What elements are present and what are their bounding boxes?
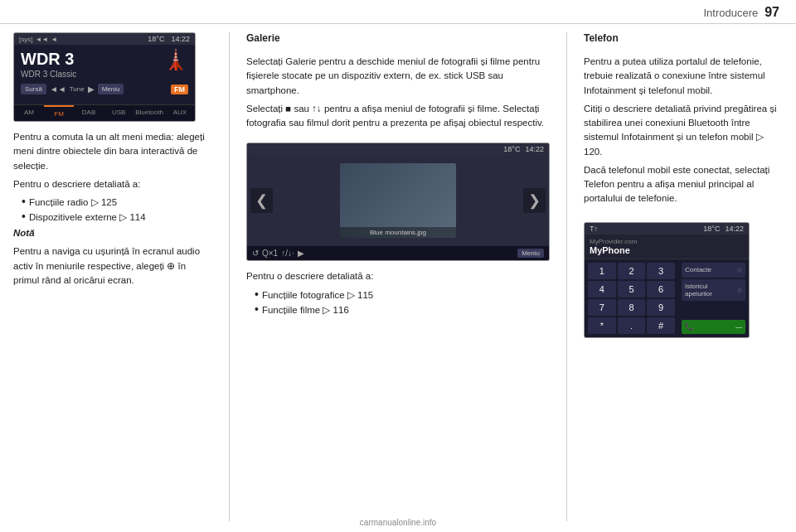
media-icon: ◄◄ xyxy=(35,36,48,43)
phone-section-title: Telefon xyxy=(584,32,783,44)
radio-station-subtitle: WDR 3 Classic xyxy=(21,70,76,79)
phone-actions: Contacte ○ Istoricul apelurilor ○ 📞 — xyxy=(678,259,749,337)
key-star[interactable]: * xyxy=(588,317,616,334)
phone-status-bar: T↑ 18°C 14:22 xyxy=(585,223,749,235)
call-end-icon: — xyxy=(735,323,742,331)
bullet-radio: • Funcțiile radio ▷ 125 xyxy=(22,196,212,209)
phone-name: MyPhone xyxy=(590,245,744,255)
gallery-next-arrow[interactable]: ❯ xyxy=(523,188,546,213)
gallery-section-title: Galerie xyxy=(246,32,550,44)
gallery-desc: Selectați Galerie pentru a deschide meni… xyxy=(246,55,550,134)
key-4[interactable]: 4 xyxy=(588,281,616,297)
contacts-label: Contacte xyxy=(685,266,711,273)
menu-button[interactable]: Meniu xyxy=(98,84,124,94)
bullet-devices: • Dispozitivele externe ▷ 114 xyxy=(22,210,212,224)
radio-tower-icon: 🗼 xyxy=(163,48,188,71)
tune-icon[interactable]: Tune xyxy=(70,85,85,93)
next-icon[interactable]: ▶ xyxy=(88,85,95,94)
key-3[interactable]: 3 xyxy=(647,263,675,279)
phone-temp: 18°C xyxy=(703,225,720,233)
sys-icon: [sys] xyxy=(19,36,32,43)
nav-aux[interactable]: AUX xyxy=(165,105,195,121)
contacts-icon: ○ xyxy=(738,266,742,274)
main-content: [sys] ◄◄ ◄ 18°C 14:22 WDR 3 WDR 3 Classi… xyxy=(0,24,796,530)
radio-controls: Sursă ◄◄ Tune ▶ Meniu FM xyxy=(21,84,188,94)
nav-usb[interactable]: USB xyxy=(104,105,133,121)
nav-fm[interactable]: FM xyxy=(44,105,74,121)
phone-body: 1 2 3 4 5 6 7 8 9 * . # Contacte ○ xyxy=(585,259,749,337)
gallery-bullet-list: • Funcțiile fotografice ▷ 115 • Funcțiil… xyxy=(255,288,550,317)
phone-screen-mockup: T↑ 18°C 14:22 MyProvider.com MyPhone 1 2… xyxy=(584,222,750,338)
gallery-status-bar: 18°C 14:22 xyxy=(247,143,549,155)
key-2[interactable]: 2 xyxy=(618,263,646,279)
left-bullet-list: • Funcțiile radio ▷ 125 • Dispozitivele … xyxy=(22,196,212,224)
middle-column: Galerie Selectați Galerie pentru a desch… xyxy=(246,32,550,521)
left-description: Pentru a comuta la un alt meni media: al… xyxy=(13,130,212,292)
phone-keypad: 1 2 3 4 5 6 7 8 9 * . # xyxy=(585,259,678,337)
gallery-screen-mockup: 18°C 14:22 ❮ Blue mountains.jpg ❯ ↺ Q×1 … xyxy=(246,143,550,261)
nav-bluetooth[interactable]: Bluetooth xyxy=(133,105,165,121)
left-desc-para: Pentru a comuta la un alt meni media: al… xyxy=(13,130,212,173)
middle-right-divider xyxy=(566,32,567,521)
right-column: Telefon Pentru a putea utiliza portalul … xyxy=(584,32,783,521)
key-hash[interactable]: # xyxy=(647,317,675,334)
call-button[interactable]: 📞 — xyxy=(682,320,745,334)
gallery-main: ❮ Blue mountains.jpg ❯ xyxy=(247,155,549,246)
nav-dab[interactable]: DAB xyxy=(74,105,104,121)
radio-status-bar: [sys] ◄◄ ◄ 18°C 14:22 xyxy=(14,33,195,45)
gallery-nav-btn[interactable]: ↑/↓· xyxy=(281,249,294,258)
note-text: Pentru a naviga cu ușurință în ecranul a… xyxy=(13,244,212,288)
radio-screen-mockup: [sys] ◄◄ ◄ 18°C 14:22 WDR 3 WDR 3 Classi… xyxy=(13,32,196,122)
radio-main: WDR 3 WDR 3 Classic 🗼 Sursă ◄◄ Tune ▶ Me… xyxy=(14,45,195,104)
time-display: 14:22 xyxy=(171,35,190,43)
footer-site: carmanualonline.info xyxy=(360,518,436,527)
key-9[interactable]: 9 xyxy=(647,299,675,316)
gallery-time: 14:22 xyxy=(525,145,544,153)
key-6[interactable]: 6 xyxy=(647,281,675,297)
note-label: Notă xyxy=(13,228,35,238)
phone-desc: Pentru a putea utiliza portalul de telef… xyxy=(584,55,783,210)
nav-am[interactable]: AM xyxy=(14,105,44,121)
gallery-play-btn[interactable]: ▶ xyxy=(298,249,304,258)
bullet-film: • Funcțiile filme ▷ 116 xyxy=(255,303,550,317)
left-middle-divider xyxy=(229,32,230,521)
page-number: 97 xyxy=(764,5,779,20)
bullet-photo: • Funcțiile fotografice ▷ 115 xyxy=(255,288,550,302)
phone-header: MyProvider.com MyPhone xyxy=(585,235,749,259)
gallery-rotate-btn[interactable]: ↺ xyxy=(252,249,259,258)
key-5[interactable]: 5 xyxy=(618,281,646,297)
key-1[interactable]: 1 xyxy=(588,263,616,279)
phone-provider: MyProvider.com xyxy=(590,238,744,245)
gallery-controls-bar: ↺ Q×1 ↑/↓· ▶ Meniu xyxy=(247,246,549,260)
phone-status-icon: T↑ xyxy=(590,225,598,233)
prev-icon[interactable]: ◄◄ xyxy=(50,85,66,94)
section-title: Introducere xyxy=(703,7,758,19)
key-7[interactable]: 7 xyxy=(588,299,616,316)
gallery-image: Blue mountains.jpg xyxy=(340,163,456,238)
gallery-temp: 18°C xyxy=(503,145,520,153)
fm-badge: FM xyxy=(171,85,188,94)
left-column: [sys] ◄◄ ◄ 18°C 14:22 WDR 3 WDR 3 Classi… xyxy=(13,32,212,521)
call-history-button[interactable]: Istoricul apelurilor ○ xyxy=(682,279,745,301)
key-8[interactable]: 8 xyxy=(618,299,646,316)
phone-time: 14:22 xyxy=(725,225,744,233)
contacts-button[interactable]: Contacte ○ xyxy=(682,263,745,278)
back-icon: ◄ xyxy=(51,36,57,43)
key-dot[interactable]: . xyxy=(618,317,646,334)
history-icon: ○ xyxy=(738,286,742,294)
left-for-desc: Pentru o descriere detaliată a: xyxy=(13,177,212,191)
radio-station-title: WDR 3 xyxy=(21,50,76,69)
radio-nav-bar: AM FM DAB USB Bluetooth AUX xyxy=(14,104,195,121)
call-history-label: Istoricul apelurilor xyxy=(685,283,736,297)
temperature-display: 18°C xyxy=(148,35,164,43)
page-header: Introducere 97 xyxy=(0,0,796,24)
gallery-menu-button[interactable]: Meniu xyxy=(517,249,544,258)
gallery-desc-bottom: Pentru o descriere detaliată a: • Funcți… xyxy=(246,269,550,318)
gallery-zoom-btn[interactable]: Q×1 xyxy=(262,249,278,258)
status-icons: [sys] ◄◄ ◄ xyxy=(19,36,57,43)
source-button[interactable]: Sursă xyxy=(21,84,46,94)
gallery-filename: Blue mountains.jpg xyxy=(340,227,456,238)
page-footer: carmanualonline.info xyxy=(0,518,796,527)
call-icon: 📞 xyxy=(685,323,693,331)
gallery-prev-arrow[interactable]: ❮ xyxy=(250,188,273,213)
